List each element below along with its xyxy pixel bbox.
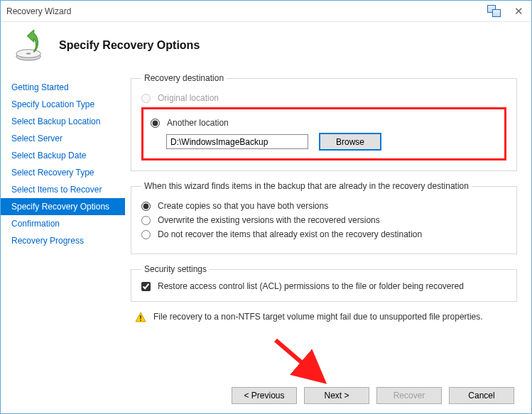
wizard-footer: < Previous Next > Recover Cancel xyxy=(1,378,531,413)
recovery-icon xyxy=(13,29,46,62)
wizard-steps-sidebar: Getting Started Specify Location Type Se… xyxy=(1,73,125,374)
create-copies-row[interactable]: Create copies so that you have both vers… xyxy=(141,201,506,211)
recovery-destination-legend: Recovery destination xyxy=(141,73,227,83)
step-select-recovery-type[interactable]: Select Recovery Type xyxy=(1,164,125,181)
titlebar: Recovery Wizard ✕ xyxy=(1,1,531,22)
warning-text: File recovery to a non-NTFS target volum… xyxy=(153,312,483,322)
page-title: Specify Recovery Options xyxy=(59,39,200,52)
path-row: Browse xyxy=(166,134,497,150)
step-getting-started[interactable]: Getting Started xyxy=(1,79,125,96)
conflict-legend: When this wizard finds items in the back… xyxy=(141,181,472,191)
svg-rect-3 xyxy=(140,315,141,319)
another-location-label: Another location xyxy=(167,118,229,128)
svg-point-2 xyxy=(26,53,31,54)
content-area: Getting Started Specify Location Type Se… xyxy=(1,73,531,374)
window-title: Recovery Wizard xyxy=(6,6,487,16)
page-header: Specify Recovery Options xyxy=(1,22,531,76)
create-copies-radio[interactable] xyxy=(141,202,151,211)
warning-icon xyxy=(135,312,146,323)
close-icon[interactable]: ✕ xyxy=(511,5,526,18)
restore-acl-row[interactable]: Restore access control list (ACL) permis… xyxy=(141,281,506,291)
another-location-highlight: Another location Browse xyxy=(141,107,506,160)
titlebar-controls: ✕ xyxy=(487,5,526,18)
svg-rect-4 xyxy=(140,320,141,321)
skip-existing-radio[interactable] xyxy=(141,230,151,239)
destination-path-input[interactable] xyxy=(166,134,308,149)
overwrite-label: Overwrite the existing versions with the… xyxy=(158,215,380,225)
skip-existing-row[interactable]: Do not recover the items that already ex… xyxy=(141,229,506,239)
recovery-destination-group: Recovery destination Original location A… xyxy=(131,73,517,171)
original-location-label: Original location xyxy=(158,93,219,103)
original-location-radio xyxy=(141,94,151,103)
step-select-backup-location[interactable]: Select Backup Location xyxy=(1,113,125,130)
step-select-items-to-recover[interactable]: Select Items to Recover xyxy=(1,181,125,198)
warning-row: File recovery to a non-NTFS target volum… xyxy=(131,312,517,323)
step-recovery-progress[interactable]: Recovery Progress xyxy=(1,232,125,249)
cancel-button[interactable]: Cancel xyxy=(449,387,514,404)
another-location-row[interactable]: Another location xyxy=(151,118,497,128)
skip-existing-label: Do not recover the items that already ex… xyxy=(158,229,422,239)
step-confirmation[interactable]: Confirmation xyxy=(1,215,125,232)
another-location-radio[interactable] xyxy=(151,119,160,128)
step-specify-location-type[interactable]: Specify Location Type xyxy=(1,96,125,113)
recovery-wizard-window: Recovery Wizard ✕ Specify Recovery Optio… xyxy=(0,0,532,414)
recover-button: Recover xyxy=(376,387,442,404)
previous-button[interactable]: < Previous xyxy=(232,387,297,404)
step-specify-recovery-options[interactable]: Specify Recovery Options xyxy=(1,198,125,215)
security-settings-group: Security settings Restore access control… xyxy=(131,264,517,302)
original-location-row: Original location xyxy=(141,93,506,103)
restore-acl-label: Restore access control list (ACL) permis… xyxy=(158,281,464,291)
browse-button[interactable]: Browse xyxy=(320,134,381,150)
create-copies-label: Create copies so that you have both vers… xyxy=(158,201,328,211)
main-panel: Recovery destination Original location A… xyxy=(125,73,531,374)
overwrite-row[interactable]: Overwrite the existing versions with the… xyxy=(141,215,506,225)
security-legend: Security settings xyxy=(141,264,210,274)
restore-acl-checkbox[interactable] xyxy=(141,282,151,291)
step-select-server[interactable]: Select Server xyxy=(1,130,125,147)
overwrite-radio[interactable] xyxy=(141,216,151,225)
step-select-backup-date[interactable]: Select Backup Date xyxy=(1,147,125,164)
conflict-resolution-group: When this wizard finds items in the back… xyxy=(131,181,517,254)
restore-window-icon[interactable] xyxy=(487,5,501,18)
next-button[interactable]: Next > xyxy=(304,387,369,404)
